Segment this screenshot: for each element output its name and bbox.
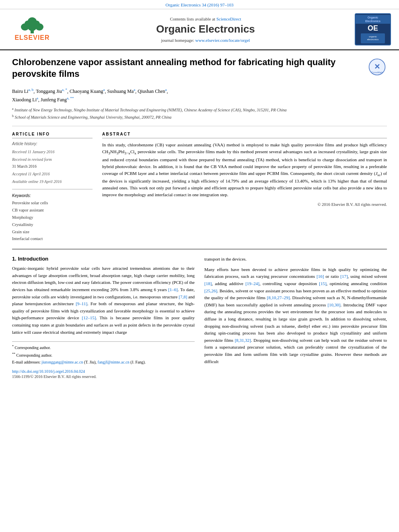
footnote-email-fang[interactable]: fangjf@nimte.ac.cn [98,360,130,364]
ref-16[interactable]: [16] [317,274,324,279]
homepage-line: journal homepage: www.elsevier.com/locat… [64,38,347,43]
ref-1-6[interactable]: [1–6] [168,287,178,292]
section1-title: 1. Introduction [12,256,195,262]
elsevier-brand-text: ELSEVIER [14,34,49,41]
history-accepted: Accepted 11 April 2016 [12,170,93,177]
footnote-double-star-marker: ** [12,352,15,356]
ref-9-11[interactable]: [9–11] [76,301,87,306]
author-tonggang-jiu-sup: a, * [62,88,67,92]
elsevier-logo-area: ELSEVIER [8,17,56,41]
oe-logo-inner: OE organicelectronics [359,24,387,44]
intro-para-left: Organic-inorganic hybrid perovskite sola… [12,265,195,336]
history-table: Received 11 January 2016 Received in rev… [12,148,93,185]
crossmark-logo[interactable]: ✕ CrossMark [367,57,387,77]
author-bairu-li-sup: a, b [28,88,33,92]
intro-para-right-efforts: Many efforts have been devoted to achiev… [204,266,387,365]
issn-line: 1566-1199/© 2016 Elsevier B.V. All right… [12,374,195,379]
author-chaoyang-kuang-sup: a [103,88,105,92]
author-xiaodong-li: Xiaodong Li [12,97,37,103]
authors-line: Bairu Lia, b, Tonggang Jiua, *, Chaoyang… [12,87,387,104]
sciencedirect-link[interactable]: ScienceDirect [216,16,241,21]
ref-7-8[interactable]: [7,8] [179,294,187,299]
intro-para-right-transport: transport in the devices. [204,256,387,263]
article-content: Chlorobenzene vapor assistant annealing … [0,50,399,379]
ref-12-15[interactable]: [12–15] [82,315,96,320]
author-junfeng-fang: Junfeng Fang [41,97,67,103]
author-chaoyang-kuang: Chaoyang Kuang [70,88,103,94]
affil-a-text: Institute of New Energy Technology, Ning… [14,108,286,112]
ref-25-26[interactable]: [25,26] [204,288,217,293]
oe-journal-logo: Organic Electronics OE organicelectronic… [355,13,391,45]
history-revised-text: Received in revised form [12,156,93,163]
footnote-email-jiu[interactable]: jiutonggang@nimte.ac.cn [41,360,83,364]
ref-8-31-32[interactable]: [8,31,32] [235,338,251,343]
keyword-crystallinity: Crystallinity [12,221,93,228]
affil-a-sup: a [12,107,14,111]
copyright-line: © 2016 Elsevier B.V. All rights reserved… [102,202,387,207]
ref-19-24[interactable]: [19–24] [245,281,259,286]
abstract-column: ABSTRACT In this study, chlorobenzene (C… [102,132,387,242]
footnote-email-fang-name: (J. Fang). [130,360,146,364]
keyword-perovskite: Perovskite solar cells [12,199,93,207]
keywords-label: Keywords: [12,193,93,198]
body-right-col: transport in the devices. Many efforts h… [204,256,387,379]
author-sushuang-ma-sup: a [134,88,135,92]
article-info-abstract-section: ARTICLE INFO Article history: Received 1… [12,126,387,242]
ref-18[interactable]: [18] [204,281,212,286]
doi-link[interactable]: http://dx.doi.org/10.1016/j.orgel.2016.0… [12,369,195,374]
history-online: Available online 19 April 2016 [12,178,93,185]
author-bairu-li: Bairu Li [12,88,28,94]
author-qiushan-chen-sup: a [165,88,167,92]
footnote-star-marker: * [12,345,14,348]
ref-15[interactable]: [15] [319,281,326,286]
history-revised: Received in revised form 31 March 2016 [12,156,93,170]
affil-b: b School of Materials Science and Engine… [12,114,387,120]
affil-b-text: School of Materials Science and Engineer… [15,115,172,119]
svg-point-6 [28,17,37,25]
history-received-text: Received 11 January 2016 [12,148,93,155]
body-two-column: 1. Introduction Organic-inorganic hybrid… [12,256,387,379]
affil-a: a Institute of New Energy Technology, Ni… [12,107,387,113]
body-intro-left: Organic-inorganic hybrid perovskite sola… [12,265,195,336]
crossmark-icon: ✕ CrossMark [368,58,386,76]
journal-header: ELSEVIER Contents lists available at Sci… [0,9,399,50]
footnote-double-star-text: Corresponding author. [16,353,52,357]
ref-10-30[interactable]: [10,30] [327,302,340,307]
footnote-star: * Corresponding author. [12,344,195,351]
affil-b-sup: b [12,114,14,118]
history-received: Received 11 January 2016 [12,148,93,155]
svg-text:CrossMark: CrossMark [371,71,383,74]
oe-logo-letters: OE [368,25,378,32]
author-xiaodong-li-sup: a [37,96,38,100]
elsevier-logo: ELSEVIER [10,17,54,41]
article-info-heading: ARTICLE INFO [12,132,93,138]
journal-center-info: Contents lists available at ScienceDirec… [56,16,355,43]
oe-logo-bottom: organicelectronics [367,35,379,41]
affiliations-section: a Institute of New Energy Technology, Ni… [12,107,387,121]
body-intro-right: transport in the devices. Many efforts h… [204,256,387,365]
body-left-col: 1. Introduction Organic-inorganic hybrid… [12,256,195,379]
homepage-link[interactable]: www.elsevier.com/locate/orgel [195,38,250,43]
journal-citation-text: Organic Electronics 34 (2016) 97–103 [165,2,233,7]
keyword-morphology: Morphology [12,214,93,221]
article-title: Chlorobenzene vapor assistant annealing … [12,57,359,80]
ref-8-10-27-29[interactable]: [8,10,27–29] [267,295,290,300]
oe-logo-top-text: Organic Electronics [356,15,390,24]
author-qiushan-chen: Qiushan Chen [138,88,165,94]
author-sushuang-ma: Sushuang Ma [107,88,134,94]
keyword-interfacial: Interfacial contact [12,235,93,242]
footnote-star-text: Corresponding author. [15,346,51,350]
abstract-heading: ABSTRACT [102,132,387,138]
footnote-email-jiu-name: (T. Jiu), [84,360,98,364]
article-history-label: Article history: [12,142,93,146]
author-junfeng-fang-sup: a, ** [67,96,74,100]
ref-17[interactable]: [17] [340,274,348,279]
footnotes-section: * Corresponding author. ** Corresponding… [12,341,195,379]
article-info-column: ARTICLE INFO Article history: Received 1… [12,132,93,242]
svg-text:✕: ✕ [374,63,380,71]
history-online-text: Available online 19 April 2016 [12,178,93,185]
footnote-email-label: E-mail addresses: [12,360,41,364]
elsevier-tree-icon [16,17,48,34]
journal-title: Organic Electronics [64,23,347,35]
footnote-double-star: ** Corresponding author. [12,352,195,358]
